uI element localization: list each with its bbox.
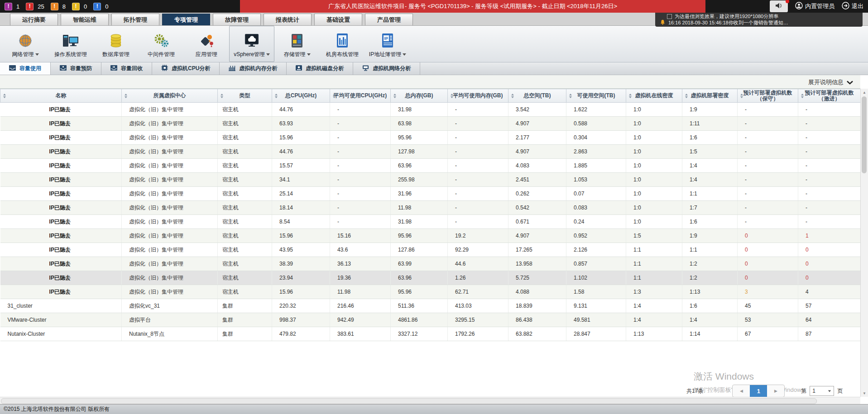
cell-name: Nutanix-Cluster — [0, 327, 122, 341]
table-row[interactable]: Nutanix-ClusterNutanix_8节点集群479.82383.61… — [0, 327, 861, 341]
alert-major-counter[interactable]: !25 — [26, 3, 44, 10]
current-user-button[interactable]: 内置管理员 — [795, 2, 834, 11]
tab-运行摘要[interactable]: 运行摘要 — [10, 14, 58, 25]
table-row[interactable]: VMware-Cluster虚拟平台集群998.37942.494861.863… — [0, 313, 861, 327]
table-row[interactable]: IP已隐去虚拟化（旧）集中管理宿主机43.9543.6127.8692.2917… — [0, 243, 861, 257]
subtab-虚拟机网络分析[interactable]: 虚拟机网络分析 — [353, 62, 420, 75]
table-row[interactable]: IP已隐去虚拟化（旧）集中管理宿主机15.96-95.96-2.1770.304… — [0, 131, 861, 145]
column-header-预计可部署虚拟机数（激进）[interactable]: 预计可部署虚拟机数（激进） — [798, 89, 861, 103]
prev-page-button[interactable]: ◀ — [733, 385, 750, 397]
cell: 1:6 — [682, 299, 738, 313]
alert-warning-counter[interactable]: !0 — [72, 3, 87, 10]
cell: - — [738, 187, 798, 201]
page-select[interactable]: 1 — [810, 386, 834, 396]
table-row[interactable]: 31_cluster虚拟化vc_31集群220.32216.46511.3641… — [0, 299, 861, 313]
column-header-可使用空间(TB)[interactable]: 可使用空间(TB) — [566, 89, 626, 103]
table-row[interactable]: IP已隐去虚拟化（旧）集中管理宿主机38.3936.1363.9944.613.… — [0, 257, 861, 271]
expand-info-link[interactable]: 展开说明信息 — [808, 78, 853, 86]
table-row[interactable]: IP已隐去虚拟化（旧）集中管理宿主机15.9615.1695.9619.24.9… — [0, 229, 861, 243]
module-ribbon: 网络管理操作系统管理数据库管理中间件管理应用管理vSphere管理存储管理机房布… — [0, 26, 868, 62]
cell: 虚拟化（旧）集中管理 — [122, 257, 218, 271]
alert-warning-icon: ! — [72, 3, 80, 10]
table-row[interactable]: IP已隐去虚拟化（旧）集中管理宿主机25.14-31.96-0.2620.071… — [0, 187, 861, 201]
alert-info-counter[interactable]: !0 — [93, 3, 108, 10]
column-header-类型[interactable]: 类型 — [218, 89, 272, 103]
table-row[interactable]: IP已隐去虚拟化（旧）集中管理宿主机18.14-11.98-0.5420.083… — [0, 201, 861, 215]
subtab-容量回收[interactable]: 容量回收 — [101, 62, 152, 75]
ribbon-item-机房布线管理[interactable]: 机房布线管理 — [320, 26, 365, 62]
column-header-总内存(GB)[interactable]: 总内存(GB) — [391, 89, 448, 103]
table-row[interactable]: IP已隐去虚拟化（旧）集中管理宿主机15.9611.9895.9662.714.… — [0, 285, 861, 299]
chevron-down-icon — [307, 53, 311, 56]
vertical-scroll-thumb[interactable] — [862, 96, 867, 173]
ribbon-item-中间件管理[interactable]: 中间件管理 — [139, 26, 184, 62]
notification-dot — [786, 0, 789, 3]
ribbon-item-网络管理[interactable]: 网络管理 — [3, 26, 48, 62]
cell: 1:14 — [682, 327, 738, 341]
cell: 18.14 — [272, 201, 330, 215]
table-row[interactable]: IP已隐去虚拟化（旧）集中管理宿主机8.54-31.98-0.6710.241:… — [0, 215, 861, 229]
table-row[interactable]: IP已隐去虚拟化（旧）集中管理宿主机44.76-127.98-4.9072.86… — [0, 145, 861, 159]
ribbon-item-操作系统管理[interactable]: 操作系统管理 — [48, 26, 93, 62]
next-page-button[interactable]: ▶ — [767, 385, 784, 397]
horizontal-scroll-thumb[interactable] — [1, 398, 817, 404]
column-header-总CPU(GHz)[interactable]: 总CPU(GHz) — [272, 89, 330, 103]
tab-报表统计[interactable]: 报表统计 — [264, 14, 312, 25]
tab-专项管理[interactable]: 专项管理 — [162, 14, 210, 25]
vertical-scrollbar[interactable]: ▲ ▼ — [860, 89, 868, 397]
column-header-总空间(TB)[interactable]: 总空间(TB) — [508, 89, 566, 103]
tab-智能运维[interactable]: 智能运维 — [61, 14, 109, 25]
tab-基础设置[interactable]: 基础设置 — [314, 14, 362, 25]
cell: 3295.15 — [448, 313, 508, 327]
cell: 18.839 — [508, 299, 566, 313]
subtab-虚拟机磁盘分析[interactable]: 虚拟机磁盘分析 — [287, 62, 353, 75]
cell: 49.581 — [566, 313, 626, 327]
logout-button[interactable]: 退出 — [842, 2, 863, 11]
subtab-虚拟机CPU分析[interactable]: 虚拟机CPU分析 — [152, 62, 220, 75]
tab-产品管理[interactable]: 产品管理 — [365, 14, 413, 25]
current-page-button[interactable]: 1 — [750, 385, 767, 397]
ribbon-item-数据库管理[interactable]: 数据库管理 — [93, 26, 139, 62]
alert-critical-counter[interactable]: !1 — [5, 3, 19, 10]
subtab-容量使用[interactable]: 容量使用 — [0, 62, 51, 75]
scroll-down-arrow-icon[interactable]: ▼ — [861, 390, 868, 397]
cell: 虚拟化（旧）集中管理 — [122, 145, 218, 159]
tab-故障管理[interactable]: 故障管理 — [213, 14, 261, 25]
horizontal-scrollbar[interactable] — [0, 397, 860, 404]
cell: 255.98 — [391, 173, 448, 187]
cell: 1:6 — [682, 131, 738, 145]
table-row[interactable]: IP已隐去虚拟化（旧）集中管理宿主机34.1-255.98-2.4511.053… — [0, 173, 861, 187]
cell: 宿主机 — [218, 159, 272, 173]
column-header-名称[interactable]: 名称 — [0, 89, 122, 103]
table-row[interactable]: IP已隐去虚拟化（旧）集中管理宿主机44.76-31.98-3.5421.622… — [0, 103, 861, 117]
table-row[interactable]: IP已隐去虚拟化（旧）集中管理宿主机15.57-63.96-4.0831.885… — [0, 159, 861, 173]
column-header-平均可使用CPU(GHz)[interactable]: 平均可使用CPU(GHz) — [330, 89, 391, 103]
scroll-up-arrow-icon[interactable]: ▲ — [861, 89, 868, 96]
ribbon-item-存储管理[interactable]: 存储管理 — [274, 26, 320, 62]
cell: 宿主机 — [218, 229, 272, 243]
notification-speaker-button[interactable] — [770, 0, 788, 12]
ribbon-item-应用管理[interactable]: 应用管理 — [184, 26, 229, 62]
column-header-所属虚拟中心[interactable]: 所属虚拟中心 — [122, 89, 218, 103]
alert-warning-count: 0 — [84, 3, 87, 10]
subtab-容量预防[interactable]: 容量预防 — [51, 62, 101, 75]
cell: 998.37 — [272, 313, 330, 327]
column-header-预计可部署虚拟机数（保守）[interactable]: 预计可部署虚拟机数（保守） — [738, 89, 798, 103]
cell: 宿主机 — [218, 215, 272, 229]
alert-minor-counter[interactable]: !8 — [51, 3, 66, 10]
checkbox-icon[interactable] — [667, 14, 672, 19]
ribbon-item-vSphere管理[interactable]: vSphere管理 — [229, 26, 274, 62]
tab-拓扑管理[interactable]: 拓扑管理 — [111, 14, 159, 25]
subtab-虚拟机内存分析[interactable]: 虚拟机内存分析 — [220, 62, 287, 75]
notification-toast[interactable]: 为达最佳浏览效果，建议使用1920*1080分辨率 16:16 2018-09-… — [655, 13, 863, 27]
column-header-虚拟机部署密度[interactable]: 虚拟机部署密度 — [682, 89, 738, 103]
cell: 0 — [798, 271, 861, 285]
cell: 92.29 — [448, 243, 508, 257]
ribbon-item-label: 操作系统管理 — [54, 51, 87, 58]
column-header-平均可使用内存(GB)[interactable]: 平均可使用内存(GB) — [448, 89, 508, 103]
table-row[interactable]: IP已隐去虚拟化（旧）集中管理宿主机63.93-63.98-4.9070.588… — [0, 117, 861, 131]
table-row[interactable]: IP已隐去虚拟化（旧）集中管理宿主机23.9419.3663.961.265.7… — [0, 271, 861, 285]
column-header-虚拟机在线密度[interactable]: 虚拟机在线密度 — [626, 89, 682, 103]
ribbon-item-label: 机房布线管理 — [326, 51, 359, 58]
ribbon-item-IP地址簿管理[interactable]: IPIP地址簿管理 — [365, 26, 410, 62]
